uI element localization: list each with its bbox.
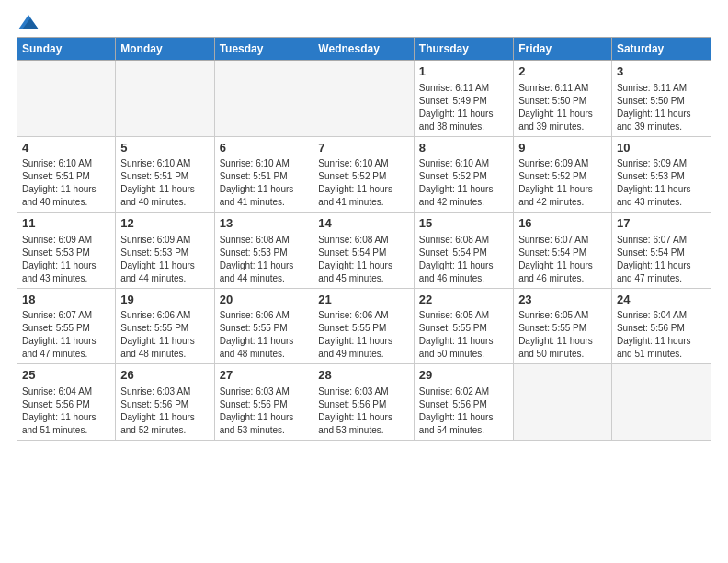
day-info: Sunrise: 6:09 AM Sunset: 5:53 PM Dayligh…	[22, 234, 110, 285]
day-number: 6	[220, 140, 309, 156]
calendar-cell: 9Sunrise: 6:09 AM Sunset: 5:52 PM Daylig…	[514, 136, 612, 213]
day-number: 7	[318, 140, 409, 156]
day-number: 12	[120, 215, 209, 232]
calendar-week-row: 1Sunrise: 6:11 AM Sunset: 5:49 PM Daylig…	[17, 61, 711, 137]
calendar-cell	[116, 61, 214, 137]
day-info: Sunrise: 6:09 AM Sunset: 5:53 PM Dayligh…	[617, 157, 706, 209]
day-info: Sunrise: 6:10 AM Sunset: 5:51 PM Dayligh…	[220, 157, 309, 209]
calendar-day-header: Friday	[514, 38, 612, 61]
day-info: Sunrise: 6:05 AM Sunset: 5:55 PM Dayligh…	[419, 309, 508, 361]
day-number: 8	[419, 140, 508, 156]
day-number: 20	[220, 292, 309, 308]
calendar-day-header: Saturday	[611, 38, 711, 61]
calendar-cell	[514, 364, 612, 441]
calendar-cell: 25Sunrise: 6:04 AM Sunset: 5:56 PM Dayli…	[17, 364, 116, 441]
day-info: Sunrise: 6:10 AM Sunset: 5:52 PM Dayligh…	[419, 157, 508, 209]
day-info: Sunrise: 6:11 AM Sunset: 5:50 PM Dayligh…	[617, 82, 706, 133]
day-number: 16	[518, 215, 607, 232]
calendar-cell	[313, 61, 415, 137]
day-number: 25	[22, 367, 110, 384]
calendar-cell	[17, 61, 116, 137]
calendar-cell: 27Sunrise: 6:03 AM Sunset: 5:56 PM Dayli…	[214, 364, 313, 441]
day-info: Sunrise: 6:08 AM Sunset: 5:54 PM Dayligh…	[318, 234, 409, 285]
day-number: 28	[318, 367, 409, 384]
day-number: 4	[22, 140, 110, 156]
calendar-cell: 3Sunrise: 6:11 AM Sunset: 5:50 PM Daylig…	[611, 61, 711, 137]
day-number: 11	[22, 215, 110, 232]
day-info: Sunrise: 6:03 AM Sunset: 5:56 PM Dayligh…	[318, 385, 409, 437]
day-number: 1	[419, 63, 508, 80]
calendar-day-header: Thursday	[414, 38, 513, 61]
day-info: Sunrise: 6:10 AM Sunset: 5:51 PM Dayligh…	[22, 157, 110, 209]
calendar-cell: 14Sunrise: 6:08 AM Sunset: 5:54 PM Dayli…	[313, 213, 415, 289]
day-number: 17	[617, 215, 706, 232]
calendar-table: SundayMondayTuesdayWednesdayThursdayFrid…	[17, 37, 711, 441]
day-info: Sunrise: 6:04 AM Sunset: 5:56 PM Dayligh…	[22, 385, 110, 437]
day-info: Sunrise: 6:06 AM Sunset: 5:55 PM Dayligh…	[120, 309, 209, 361]
day-info: Sunrise: 6:08 AM Sunset: 5:54 PM Dayligh…	[419, 234, 508, 285]
day-info: Sunrise: 6:06 AM Sunset: 5:55 PM Dayligh…	[318, 309, 409, 361]
day-number: 21	[318, 292, 409, 308]
day-info: Sunrise: 6:07 AM Sunset: 5:54 PM Dayligh…	[518, 234, 607, 285]
day-number: 23	[518, 292, 607, 308]
calendar-cell: 19Sunrise: 6:06 AM Sunset: 5:55 PM Dayli…	[116, 288, 214, 364]
calendar-cell: 22Sunrise: 6:05 AM Sunset: 5:55 PM Dayli…	[414, 288, 513, 364]
day-info: Sunrise: 6:07 AM Sunset: 5:54 PM Dayligh…	[617, 234, 706, 285]
calendar-cell	[214, 61, 313, 137]
calendar-cell: 12Sunrise: 6:09 AM Sunset: 5:53 PM Dayli…	[116, 213, 214, 289]
day-info: Sunrise: 6:03 AM Sunset: 5:56 PM Dayligh…	[120, 385, 209, 437]
day-info: Sunrise: 6:03 AM Sunset: 5:56 PM Dayligh…	[220, 385, 309, 437]
calendar-week-row: 4Sunrise: 6:10 AM Sunset: 5:51 PM Daylig…	[17, 136, 711, 213]
calendar-day-header: Sunday	[17, 38, 116, 61]
day-number: 13	[220, 215, 309, 232]
day-info: Sunrise: 6:10 AM Sunset: 5:51 PM Dayligh…	[120, 157, 209, 209]
day-number: 22	[419, 292, 508, 308]
calendar-cell: 16Sunrise: 6:07 AM Sunset: 5:54 PM Dayli…	[514, 213, 612, 289]
calendar-header-row: SundayMondayTuesdayWednesdayThursdayFrid…	[17, 38, 711, 61]
day-info: Sunrise: 6:09 AM Sunset: 5:52 PM Dayligh…	[518, 157, 607, 209]
calendar-cell: 13Sunrise: 6:08 AM Sunset: 5:53 PM Dayli…	[214, 213, 313, 289]
calendar-cell: 20Sunrise: 6:06 AM Sunset: 5:55 PM Dayli…	[214, 288, 313, 364]
header	[17, 15, 711, 29]
day-number: 3	[617, 63, 706, 80]
calendar-cell: 7Sunrise: 6:10 AM Sunset: 5:52 PM Daylig…	[313, 136, 415, 213]
day-info: Sunrise: 6:08 AM Sunset: 5:53 PM Dayligh…	[220, 234, 309, 285]
calendar-cell: 24Sunrise: 6:04 AM Sunset: 5:56 PM Dayli…	[611, 288, 711, 364]
day-number: 10	[617, 140, 706, 156]
calendar-cell: 5Sunrise: 6:10 AM Sunset: 5:51 PM Daylig…	[116, 136, 214, 213]
calendar-day-header: Monday	[116, 38, 214, 61]
day-number: 24	[617, 292, 706, 308]
calendar-cell: 6Sunrise: 6:10 AM Sunset: 5:51 PM Daylig…	[214, 136, 313, 213]
day-number: 26	[120, 367, 209, 384]
logo	[17, 15, 39, 29]
day-info: Sunrise: 6:06 AM Sunset: 5:55 PM Dayligh…	[220, 309, 309, 361]
calendar-cell: 21Sunrise: 6:06 AM Sunset: 5:55 PM Dayli…	[313, 288, 415, 364]
calendar-cell: 28Sunrise: 6:03 AM Sunset: 5:56 PM Dayli…	[313, 364, 415, 441]
calendar-week-row: 25Sunrise: 6:04 AM Sunset: 5:56 PM Dayli…	[17, 364, 711, 441]
logo-area	[17, 15, 39, 29]
day-number: 5	[120, 140, 209, 156]
logo-icon	[18, 15, 39, 29]
calendar-cell: 11Sunrise: 6:09 AM Sunset: 5:53 PM Dayli…	[17, 213, 116, 289]
calendar-day-header: Tuesday	[214, 38, 313, 61]
calendar-cell: 4Sunrise: 6:10 AM Sunset: 5:51 PM Daylig…	[17, 136, 116, 213]
day-info: Sunrise: 6:04 AM Sunset: 5:56 PM Dayligh…	[617, 309, 706, 361]
day-number: 9	[518, 140, 607, 156]
calendar-cell: 26Sunrise: 6:03 AM Sunset: 5:56 PM Dayli…	[116, 364, 214, 441]
day-number: 15	[419, 215, 508, 232]
calendar-cell: 17Sunrise: 6:07 AM Sunset: 5:54 PM Dayli…	[611, 213, 711, 289]
page: SundayMondayTuesdayWednesdayThursdayFrid…	[0, 0, 728, 563]
day-number: 14	[318, 215, 409, 232]
day-info: Sunrise: 6:11 AM Sunset: 5:49 PM Dayligh…	[419, 82, 508, 133]
calendar-cell: 10Sunrise: 6:09 AM Sunset: 5:53 PM Dayli…	[611, 136, 711, 213]
day-number: 29	[419, 367, 508, 384]
day-number: 19	[120, 292, 209, 308]
calendar-cell: 18Sunrise: 6:07 AM Sunset: 5:55 PM Dayli…	[17, 288, 116, 364]
day-info: Sunrise: 6:02 AM Sunset: 5:56 PM Dayligh…	[419, 385, 508, 437]
calendar-week-row: 18Sunrise: 6:07 AM Sunset: 5:55 PM Dayli…	[17, 288, 711, 364]
calendar-cell: 23Sunrise: 6:05 AM Sunset: 5:55 PM Dayli…	[514, 288, 612, 364]
day-info: Sunrise: 6:09 AM Sunset: 5:53 PM Dayligh…	[120, 234, 209, 285]
calendar-week-row: 11Sunrise: 6:09 AM Sunset: 5:53 PM Dayli…	[17, 213, 711, 289]
day-info: Sunrise: 6:10 AM Sunset: 5:52 PM Dayligh…	[318, 157, 409, 209]
day-info: Sunrise: 6:07 AM Sunset: 5:55 PM Dayligh…	[22, 309, 110, 361]
